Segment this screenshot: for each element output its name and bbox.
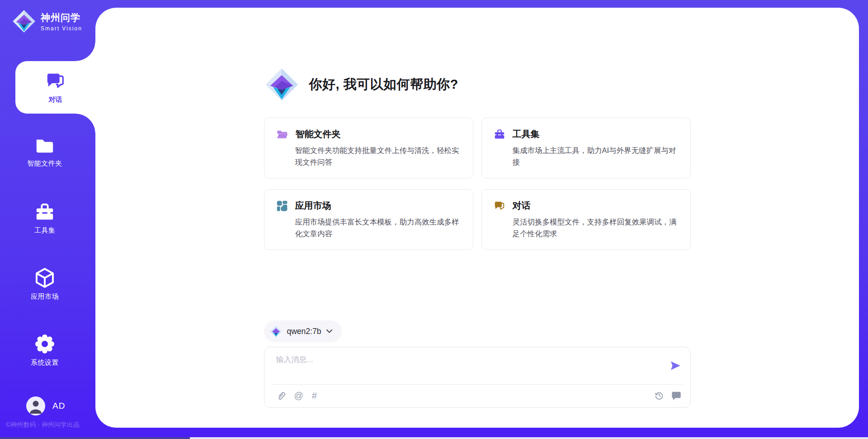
- chevron-down-icon: [326, 329, 333, 334]
- user-name: AD: [52, 401, 65, 411]
- card-title: 对话: [513, 200, 531, 212]
- brand-name: 神州问学: [41, 11, 82, 24]
- active-tab-fillet-top: [75, 41, 95, 61]
- sidebar-item-label: 系统设置: [0, 358, 90, 367]
- message-composer: @ #: [264, 347, 691, 408]
- folder-icon: [34, 136, 55, 156]
- card-chat[interactable]: 对话 灵活切换多模型文件，支持多样回复效果调试，满足个性化需求: [481, 189, 691, 250]
- scrollbar-thumb[interactable]: [0, 437, 190, 439]
- sidebar-item-chat[interactable]: 对话: [15, 61, 95, 114]
- greeting-title: 你好, 我可以如何帮助你?: [309, 76, 458, 94]
- history-icon: [654, 391, 664, 401]
- person-icon: [26, 396, 45, 415]
- card-toolset[interactable]: 工具集 集成市场上主流工具，助力AI与外界无缝扩展与对接: [481, 118, 691, 178]
- model-name: qwen2:7b: [287, 327, 321, 336]
- sidebar-item-label: 智能文件夹: [0, 159, 90, 168]
- sidebar-item-label: 对话: [49, 95, 62, 104]
- brand-subtitle: Smart Vision: [41, 25, 82, 32]
- send-icon: [670, 360, 681, 372]
- active-tab-fillet-bottom: [75, 114, 95, 134]
- card-title: 应用市场: [295, 200, 331, 212]
- avatar: [26, 396, 45, 415]
- model-selector[interactable]: qwen2:7b: [264, 320, 342, 342]
- sidebar-footer: ©神州数码 · 神州问学出品: [6, 421, 80, 429]
- toolbox-icon: [494, 129, 505, 140]
- paperclip-icon: [276, 391, 286, 401]
- sidebar-item-app-market[interactable]: 应用市场: [0, 267, 90, 301]
- model-logo-icon: [270, 325, 282, 338]
- card-description: 应用市场提供丰富长文本模板，助力高效生成多样化文章内容: [295, 216, 461, 239]
- message-input[interactable]: [276, 354, 656, 381]
- sidebar: 神州问学 Smart Vision 对话 智能文件夹 工具集: [0, 0, 95, 439]
- sidebar-item-toolset[interactable]: 工具集: [0, 202, 90, 235]
- mention-button[interactable]: @: [294, 391, 303, 401]
- at-icon: @: [294, 391, 303, 401]
- horizontal-scrollbar[interactable]: [0, 437, 868, 439]
- hash-icon: #: [312, 391, 317, 401]
- card-title: 智能文件夹: [296, 128, 341, 140]
- chat-icon: [45, 71, 66, 91]
- chat-icon: [494, 200, 505, 212]
- gear-icon: [34, 333, 56, 355]
- sidebar-item-smart-folder[interactable]: 智能文件夹: [0, 136, 90, 168]
- card-app-market[interactable]: 应用市场 应用市场提供丰富长文本模板，助力高效生成多样化文章内容: [264, 189, 473, 250]
- greeting-logo-icon: [264, 67, 299, 102]
- main-panel: 你好, 我可以如何帮助你? 智能文件夹 智能文件夹功能支持批量文件上传与清洗，轻…: [95, 8, 859, 428]
- history-button[interactable]: [654, 391, 664, 401]
- feedback-button[interactable]: [671, 391, 681, 401]
- brand-logo-icon: [12, 9, 36, 33]
- sidebar-item-label: 工具集: [0, 226, 90, 235]
- toolbox-icon: [34, 202, 55, 223]
- user-profile[interactable]: AD: [26, 396, 65, 415]
- cube-icon: [34, 267, 56, 289]
- attach-button[interactable]: [276, 391, 286, 401]
- sidebar-item-label: 应用市场: [0, 292, 90, 301]
- card-title: 工具集: [513, 128, 540, 140]
- feature-cards: 智能文件夹 智能文件夹功能支持批量文件上传与清洗，轻松实现文件问答 工具集 集成…: [264, 118, 691, 250]
- sidebar-item-settings[interactable]: 系统设置: [0, 333, 90, 367]
- card-description: 灵活切换多模型文件，支持多样回复效果调试，满足个性化需求: [513, 216, 679, 239]
- card-description: 集成市场上主流工具，助力AI与外界无缝扩展与对接: [513, 145, 679, 168]
- send-button[interactable]: [670, 360, 681, 373]
- composer-toolbar: @ #: [276, 384, 681, 407]
- app-grid-icon: [276, 200, 288, 212]
- comment-icon: [671, 391, 681, 401]
- greeting: 你好, 我可以如何帮助你?: [264, 67, 691, 102]
- card-smart-folder[interactable]: 智能文件夹 智能文件夹功能支持批量文件上传与清洗，轻松实现文件问答: [264, 118, 473, 178]
- folder-open-icon: [276, 129, 288, 140]
- topic-button[interactable]: #: [312, 391, 317, 401]
- brand: 神州问学 Smart Vision: [12, 9, 82, 33]
- card-description: 智能文件夹功能支持批量文件上传与清洗，轻松实现文件问答: [295, 145, 461, 168]
